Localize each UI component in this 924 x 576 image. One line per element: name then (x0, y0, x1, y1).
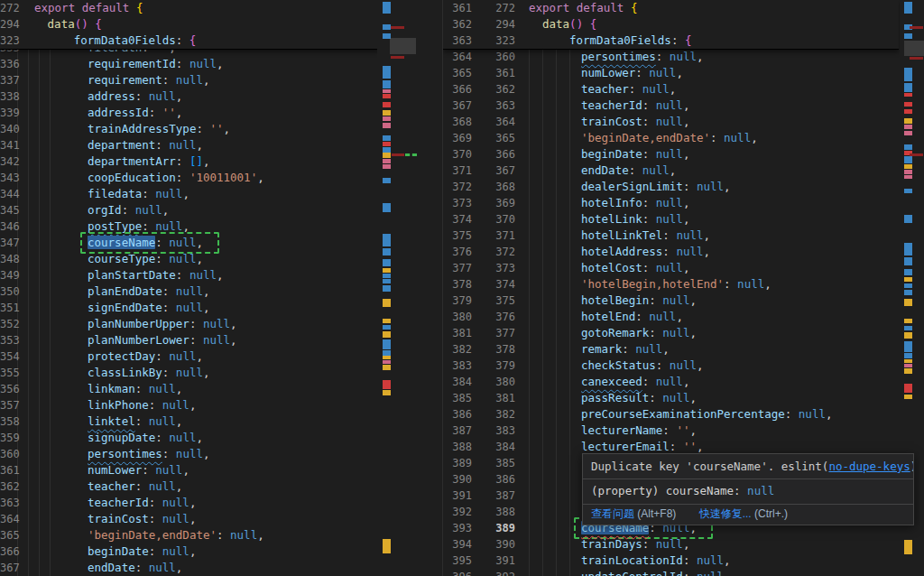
deleted-lines-marker (910, 57, 923, 60)
code-line[interactable]: 355classLinkBy: null, (0, 365, 417, 381)
code-line[interactable]: 354protectDay: null, (0, 348, 417, 365)
code-token: numLower (581, 66, 635, 79)
code-token: : (649, 326, 662, 339)
sticky-line[interactable]: 272export default { (0, 0, 379, 16)
sticky-scroll-header[interactable]: 361272export default {362294data() {3633… (443, 0, 899, 50)
code-line[interactable]: 376372hotelAddress: null, (443, 244, 924, 260)
code-line[interactable]: 387383lecturerName: '', (443, 423, 924, 439)
code-token: : (162, 301, 176, 314)
code-token: null (662, 391, 689, 404)
code-line[interactable]: 353planNumberLower: null, (0, 332, 417, 348)
code-line[interactable]: 358linktel: null, (0, 413, 417, 430)
code-line[interactable]: 395391trainLocationId: null, (443, 553, 924, 569)
code-line[interactable]: 366362teacher: null, (443, 81, 924, 98)
code-line[interactable]: 343coopEducation: '10011001', (0, 170, 417, 186)
code-line[interactable]: 364trainCost: null, (0, 511, 417, 527)
code-line[interactable]: 362teacher: null, (0, 478, 417, 495)
code-token (569, 1, 577, 14)
code-line[interactable]: 370366beginDate: null, (443, 146, 924, 163)
code-line[interactable]: 340trainAddressType: '', (0, 121, 417, 137)
code-line[interactable]: 381377gotoRemark: null, (443, 325, 924, 341)
quick-fix-action[interactable]: 快速修复... (Ctrl+.) (699, 507, 788, 520)
code-line[interactable]: 377373hotelCost: null, (443, 260, 924, 276)
code-line[interactable]: 351signEndDate: null, (0, 300, 417, 316)
code-line[interactable]: 374370hotelLink: null, (443, 211, 924, 228)
code-line[interactable]: 384380canexceed: null, (443, 374, 924, 390)
code-line[interactable]: 365361numLower: null, (443, 65, 924, 81)
code-line[interactable]: 368364trainCost: null, (443, 114, 924, 130)
diff-change-marker (904, 395, 912, 399)
code-token: { (590, 17, 597, 31)
code-line[interactable]: 367363teacherId: null, (443, 98, 924, 114)
code-line[interactable]: 347courseName: null, (0, 235, 417, 251)
code-line[interactable]: 364360persontimes: null, (443, 49, 924, 65)
code-token: null (189, 268, 217, 282)
code-line[interactable]: 338address: null, (0, 88, 417, 105)
code-line[interactable]: 365'beginDate,endDate': null, (0, 527, 417, 543)
code-token: null (737, 277, 764, 291)
code-line[interactable]: 350planEndDate: null, (0, 283, 417, 300)
sticky-line[interactable]: 294data() { (0, 16, 379, 33)
view-problem-action[interactable]: 查看问题 (Alt+F8) (591, 507, 676, 520)
code-token: , (176, 479, 183, 493)
code-line[interactable]: 383379checkStatus: null, (443, 358, 924, 374)
original-line-number: 360 (476, 49, 515, 65)
code-line[interactable]: 382378remark: null, (443, 341, 924, 358)
sticky-line[interactable]: 362294data() { (443, 16, 899, 33)
code-line[interactable]: 348courseType: null, (0, 251, 417, 267)
code-line[interactable]: 357linkPhone: null, (0, 397, 417, 413)
diff-change-marker (383, 159, 391, 163)
code-line[interactable]: 378374'hotelBegin,hotelEnd': null, (443, 276, 924, 293)
code-token: , (683, 261, 690, 274)
sticky-line[interactable]: 363323formData0Fields: { (443, 33, 899, 49)
code-line[interactable]: 363teacherId: null, (0, 495, 417, 511)
code-line[interactable]: 375371hotelLinkTel: null, (443, 228, 924, 244)
code-text: canexceed: null, (581, 374, 689, 390)
code-line[interactable]: 385381passResult: null, (443, 390, 924, 406)
code-line[interactable]: 373369hotelInfo: null, (443, 195, 924, 211)
code-line[interactable]: 352planNumberUpper: null, (0, 316, 417, 332)
code-line[interactable]: 396392updateControlId: null, (443, 569, 924, 576)
code-line[interactable]: 360persontimes: null, (0, 446, 417, 462)
sticky-line[interactable]: 323formData0Fields: { (0, 33, 379, 49)
code-token: , (689, 391, 697, 404)
code-token: null (670, 50, 697, 63)
eslint-rule-link[interactable]: no-dupe-keys (828, 460, 910, 473)
code-line[interactable]: 380376hotelEnd: null, (443, 309, 924, 325)
code-line[interactable]: 361numLower: null, (0, 462, 417, 478)
diff-change-marker (383, 178, 391, 183)
code-line[interactable]: 379375hotelBegin: null, (443, 293, 924, 309)
code-token: requirementId (88, 57, 176, 70)
code-line[interactable]: 372368dealerSignLimit: null, (443, 179, 924, 195)
code-line[interactable]: 341department: null, (0, 137, 417, 153)
sticky-line[interactable]: 361272export default { (443, 0, 899, 16)
code-line[interactable]: 366beginDate: null, (0, 543, 417, 560)
code-line[interactable]: 369365'beginDate,endDate': null, (443, 130, 924, 146)
code-token: : (662, 245, 676, 258)
code-line[interactable]: 394390trainDays: null, (443, 536, 924, 553)
code-token: null (176, 447, 203, 460)
code-line[interactable]: 359signupDate: null, (0, 430, 417, 446)
code-line[interactable]: 344filedata: null, (0, 186, 417, 202)
diff-change-marker (904, 144, 912, 150)
line-number: 349 (0, 267, 18, 283)
code-line[interactable]: 337requirement: null, (0, 72, 417, 88)
minimap-slider[interactable] (390, 38, 416, 54)
code-token: null (162, 544, 189, 558)
minimap-slider[interactable] (904, 41, 924, 56)
original-line-number: 381 (476, 390, 515, 406)
code-line[interactable]: 339addressId: '', (0, 105, 417, 121)
sticky-scroll-header[interactable]: 272export default {294data() {323formDat… (0, 0, 379, 50)
code-line[interactable]: 371367endDate: null, (443, 163, 924, 179)
code-text: persontimes: null, (88, 446, 210, 462)
code-line[interactable]: 336requirementId: null, (0, 56, 417, 72)
diff-change-marker (383, 339, 391, 349)
code-line[interactable]: 345orgId: null, (0, 202, 417, 218)
original-line-number: 366 (476, 146, 515, 163)
code-line[interactable]: 367endDate: null, (0, 560, 417, 576)
line-number: 385 (443, 390, 472, 406)
code-line[interactable]: 342departmentArr: [], (0, 153, 417, 170)
code-line[interactable]: 349planStartDate: null, (0, 267, 417, 283)
code-line[interactable]: 386382preCourseExaminationPercentage: nu… (443, 406, 924, 423)
code-line[interactable]: 356linkman: null, (0, 381, 417, 397)
